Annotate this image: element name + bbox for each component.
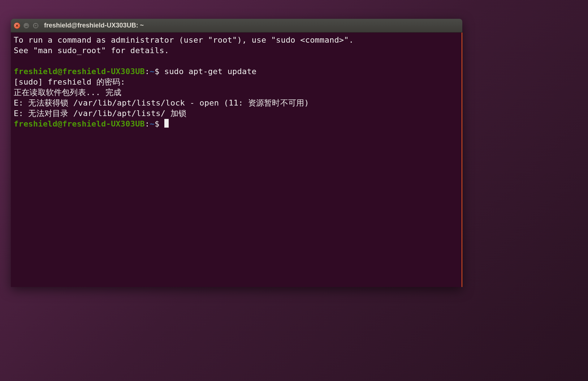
prompt-colon: :: [145, 67, 150, 76]
window-titlebar[interactable]: freshield@freshield-UX303UB: ~: [11, 19, 462, 33]
maximize-button[interactable]: [33, 22, 39, 29]
terminal-content[interactable]: To run a command as administrator (user …: [11, 33, 462, 287]
close-icon: [15, 24, 19, 27]
prompt-path: ~: [150, 67, 154, 76]
intro-text-line1: To run a command as administrator (user …: [14, 35, 354, 44]
prompt-dollar: $: [155, 67, 159, 76]
output-error-lock: E: 无法获得锁 /var/lib/apt/lists/lock - open …: [14, 98, 309, 107]
output-sudo-password: [sudo] freshield 的密码:: [14, 77, 125, 86]
minimize-icon: [25, 24, 28, 27]
prompt-user-host: freshield@freshield-UX303UB: [14, 67, 145, 76]
minimize-button[interactable]: [23, 22, 30, 29]
output-error-dir-lock: E: 无法对目录 /var/lib/apt/lists/ 加锁: [14, 109, 186, 118]
intro-text-line2: See "man sudo_root" for details.: [14, 46, 169, 55]
command-text: sudo apt-get update: [164, 67, 256, 76]
prompt2-dollar: $: [155, 119, 159, 128]
prompt2-user-host: freshield@freshield-UX303UB: [14, 119, 145, 128]
cursor-block: [164, 119, 169, 128]
terminal-window: freshield@freshield-UX303UB: ~ To run a …: [11, 19, 462, 287]
output-reading-packages: 正在读取软件包列表... 完成: [14, 88, 121, 97]
window-title: freshield@freshield-UX303UB: ~: [44, 22, 144, 29]
svg-rect-3: [35, 25, 37, 27]
prompt2-colon: :: [145, 119, 150, 128]
maximize-icon: [34, 24, 38, 27]
window-controls: [14, 22, 39, 29]
close-button[interactable]: [14, 22, 20, 29]
prompt2-path: ~: [150, 119, 154, 128]
